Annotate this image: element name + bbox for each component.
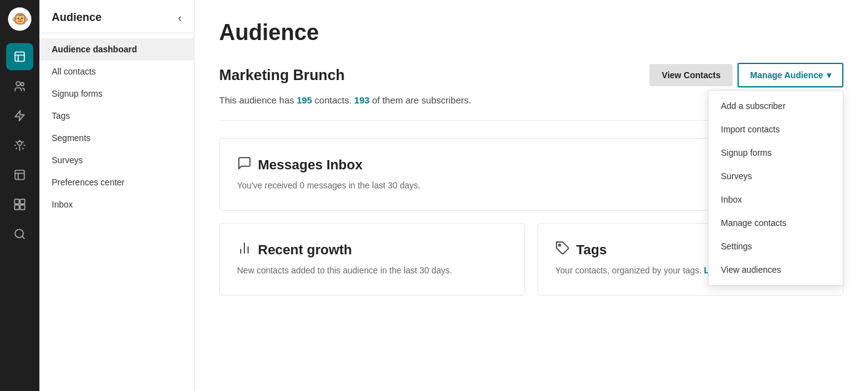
tags-card-title: Tags [576,242,607,258]
dropdown-item-view-audiences[interactable]: View audiences [709,258,843,281]
svg-rect-6 [15,200,20,204]
dropdown-item-add-subscriber[interactable]: Add a subscriber [709,94,843,118]
icon-nav-analytics[interactable] [6,161,33,188]
svg-point-14 [559,244,561,246]
svg-point-2 [21,83,24,86]
view-contacts-button[interactable]: View Contacts [649,64,733,86]
icon-nav-audience[interactable] [6,73,33,100]
dropdown-item-settings[interactable]: Settings [709,235,843,258]
svg-point-4 [18,141,22,145]
sidebar-item-tags[interactable]: Tags [39,105,194,127]
dropdown-item-manage-contacts[interactable]: Manage contacts [709,211,843,235]
icon-nav [0,38,39,248]
manage-audience-dropdown: Add a subscriber Import contacts Signup … [708,90,843,286]
inbox-card-title: Messages Inbox [258,157,363,173]
svg-rect-9 [20,205,25,210]
audience-header-buttons: View Contacts Manage Audience ▾ Add a su… [649,63,843,87]
dropdown-item-surveys[interactable]: Surveys [709,164,843,188]
recent-growth-card: Recent growth New contacts added to this… [219,223,525,296]
sidebar-item-inbox[interactable]: Inbox [39,193,194,216]
icon-nav-integrations[interactable] [6,191,33,218]
collapse-button[interactable]: ‹ [178,12,182,23]
dropdown-item-import-contacts[interactable]: Import contacts [709,118,843,141]
icon-sidebar: 🐵 [0,0,39,391]
chevron-down-icon: ▾ [827,70,831,80]
sidebar-item-signup-forms[interactable]: Signup forms [39,83,194,105]
dropdown-item-inbox[interactable]: Inbox [709,188,843,211]
main-content: Audience Marketing Brunch View Contacts … [195,0,868,391]
svg-rect-0 [15,52,25,62]
page-title: Audience [219,20,843,46]
recent-growth-card-desc: New contacts added to this audience in t… [237,265,507,275]
inbox-card-icon [237,156,252,174]
svg-point-1 [16,82,20,86]
sidebar-item-all-contacts[interactable]: All contacts [39,60,194,83]
svg-rect-5 [15,171,25,180]
recent-growth-card-header: Recent growth [237,241,507,259]
audience-header: Marketing Brunch View Contacts Manage Au… [219,63,843,87]
sidebar-item-audience-dashboard[interactable]: Audience dashboard [39,38,194,60]
dropdown-item-signup-forms[interactable]: Signup forms [709,141,843,164]
audience-name: Marketing Brunch [219,67,345,84]
icon-nav-search[interactable] [6,220,33,248]
logo-area: 🐵 [0,0,39,38]
subscribers-count: 193 [354,95,369,105]
icon-nav-automations[interactable] [6,132,33,159]
svg-marker-3 [15,111,25,121]
sidebar-item-surveys[interactable]: Surveys [39,149,194,171]
app-logo: 🐵 [8,7,31,31]
left-sidebar: Audience ‹ Audience dashboard All contac… [39,0,195,391]
left-sidebar-nav: Audience dashboard All contacts Signup f… [39,33,194,220]
manage-audience-button[interactable]: Manage Audience ▾ [737,63,843,87]
sidebar-item-preferences-center[interactable]: Preferences center [39,171,194,193]
svg-rect-7 [20,200,25,204]
left-sidebar-header: Audience ‹ [39,0,194,33]
tags-card-icon [555,241,570,259]
left-sidebar-title: Audience [52,11,102,24]
contacts-count: 195 [297,95,312,105]
svg-rect-8 [15,205,20,210]
sidebar-item-segments[interactable]: Segments [39,127,194,149]
icon-nav-campaigns[interactable] [6,102,33,129]
icon-nav-edit[interactable] [6,43,33,70]
recent-growth-card-title: Recent growth [258,242,352,258]
recent-growth-icon [237,241,252,259]
